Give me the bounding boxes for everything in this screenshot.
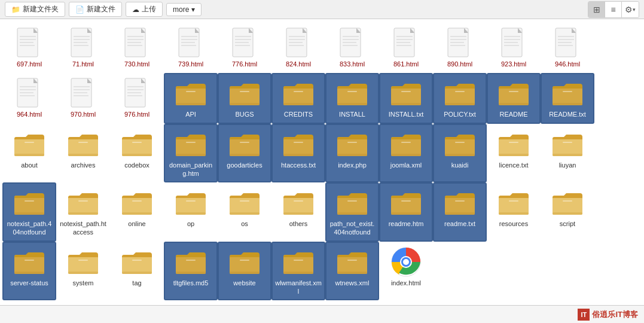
svg-rect-74 <box>186 91 196 92</box>
svg-rect-84 <box>294 91 303 92</box>
svg-rect-183 <box>176 212 206 215</box>
list-item[interactable]: 976.html <box>110 73 164 123</box>
new-folder-button[interactable]: 📁 新建文件夹 <box>5 2 65 17</box>
more-button[interactable]: more ▾ <box>166 3 202 16</box>
svg-rect-199 <box>347 200 357 202</box>
list-item[interactable]: INSTALL.txt <box>379 73 433 123</box>
list-item[interactable]: tltgfiles.md5 <box>164 242 218 301</box>
folder-icon <box>68 187 99 218</box>
list-item[interactable]: online <box>110 182 164 242</box>
file-name-label: 964.html <box>17 110 42 118</box>
list-item[interactable]: API <box>164 73 218 123</box>
file-name-label: 890.html <box>447 60 472 68</box>
new-file-button[interactable]: 📄 新建文件 <box>69 2 122 17</box>
list-item[interactable]: 824.html <box>271 23 325 73</box>
toolbar: 📁 新建文件夹 📄 新建文件 ☁ 上传 more ▾ ⊞ ≡ ⚙ ▾ <box>0 0 644 19</box>
list-item[interactable]: index.php <box>325 124 379 183</box>
file-name-label: 697.html <box>17 60 42 68</box>
svg-rect-94 <box>401 91 411 92</box>
list-item[interactable]: domain_parking.htm <box>164 124 218 183</box>
list-item[interactable]: wlwmanifest.xml <box>271 242 325 301</box>
list-item[interactable]: 923.html <box>487 23 541 73</box>
list-item[interactable]: 964.html <box>2 73 56 123</box>
list-item[interactable]: system <box>56 242 110 301</box>
html-file-icon <box>14 28 45 59</box>
settings-view-button[interactable]: ⚙ ▾ <box>622 2 639 17</box>
html-file-icon <box>444 28 475 59</box>
list-item[interactable]: 970.html <box>56 73 110 123</box>
file-grid: 697.html 71.html 730.html 739.html <box>2 23 642 300</box>
list-item[interactable]: archives <box>56 124 110 183</box>
file-name-label: README.txt <box>549 110 586 118</box>
svg-rect-173 <box>68 212 98 215</box>
list-item[interactable]: 946.html <box>541 23 594 73</box>
list-item[interactable]: goodarticles <box>218 124 271 183</box>
folder-icon <box>14 246 45 278</box>
file-grid-wrapper[interactable]: 697.html 71.html 730.html 739.html <box>0 19 644 305</box>
list-item[interactable]: README.txt <box>541 73 594 123</box>
list-item[interactable]: POLICY.txt <box>433 73 487 123</box>
list-item[interactable]: licence.txt <box>487 124 541 183</box>
list-item[interactable]: script <box>541 182 594 242</box>
list-item[interactable]: wtnews.xml <box>325 242 379 301</box>
folder-icon <box>444 129 475 160</box>
folder-icon <box>337 129 368 160</box>
list-item[interactable]: tag <box>110 242 164 301</box>
list-item[interactable]: server-status <box>2 242 56 301</box>
list-item[interactable]: op <box>164 182 218 242</box>
list-item[interactable]: htaccess.txt <box>271 124 325 183</box>
list-item[interactable]: BUGS <box>218 73 271 123</box>
chrome-icon <box>390 246 422 278</box>
list-item[interactable]: kuaidi <box>433 124 487 183</box>
folder-icon <box>390 129 422 160</box>
folder-icon <box>175 129 206 160</box>
list-item[interactable]: about <box>2 124 56 183</box>
list-item[interactable]: 890.html <box>433 23 487 73</box>
list-item[interactable]: readme.txt <box>433 182 487 242</box>
svg-rect-153 <box>445 154 475 156</box>
svg-rect-194 <box>294 200 303 202</box>
list-item[interactable]: path_not_exist.404notfound <box>325 182 379 242</box>
upload-button[interactable]: ☁ 上传 <box>126 2 163 17</box>
list-item[interactable]: 697.html <box>2 23 56 73</box>
grid-view-button[interactable]: ⊞ <box>588 2 605 17</box>
list-item[interactable]: notexist_path.404notfound <box>2 182 56 242</box>
list-item[interactable]: codebox <box>110 124 164 183</box>
file-name-label: readme.htm <box>389 220 424 228</box>
svg-rect-139 <box>294 142 303 143</box>
svg-rect-233 <box>122 272 152 274</box>
list-item[interactable]: joomla.xml <box>379 124 433 183</box>
list-item[interactable]: 776.html <box>218 23 271 73</box>
svg-rect-143 <box>337 154 367 156</box>
file-name-label: script <box>560 220 575 228</box>
svg-rect-223 <box>14 272 44 274</box>
list-item[interactable]: notexist_path.htaccess <box>56 182 110 242</box>
list-item[interactable]: website <box>218 242 271 301</box>
list-item[interactable]: 71.html <box>56 23 110 73</box>
list-item[interactable]: others <box>271 182 325 242</box>
list-item[interactable]: INSTALL <box>325 73 379 123</box>
folder-icon <box>175 78 206 109</box>
folder-icon <box>390 78 422 109</box>
file-name-label: others <box>289 220 308 228</box>
list-item[interactable]: resources <box>487 182 541 242</box>
list-item[interactable]: 730.html <box>110 23 164 73</box>
list-item[interactable]: README <box>487 73 541 123</box>
list-item[interactable]: CREDITS <box>271 73 325 123</box>
svg-rect-253 <box>337 272 367 274</box>
folder-icon <box>175 187 206 218</box>
file-name-label: joomla.xml <box>390 161 422 169</box>
file-name-label: licence.txt <box>499 161 529 169</box>
list-item[interactable]: os <box>218 182 271 242</box>
list-view-button[interactable]: ≡ <box>605 2 622 17</box>
file-name-label: tltgfiles.md5 <box>173 279 209 287</box>
list-item[interactable]: 833.html <box>325 23 379 73</box>
file-name-label: 970.html <box>71 110 96 118</box>
list-item[interactable]: liuyan <box>541 124 594 183</box>
list-item[interactable]: 861.html <box>379 23 433 73</box>
list-item[interactable]: 739.html <box>164 23 218 73</box>
list-item[interactable]: index.html <box>379 242 433 301</box>
svg-rect-134 <box>240 142 249 143</box>
list-item[interactable]: readme.htm <box>379 182 433 242</box>
folder-icon <box>444 187 475 218</box>
